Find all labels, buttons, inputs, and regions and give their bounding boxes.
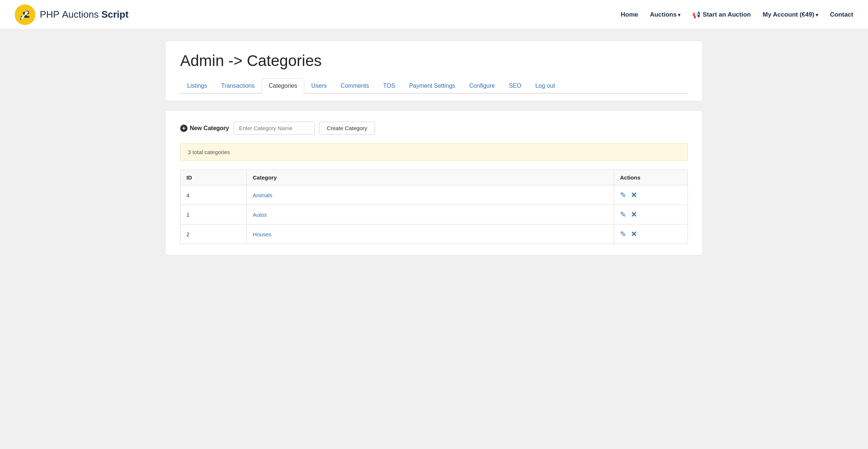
cell-category-name[interactable]: Houses [247, 224, 614, 244]
total-info: 3 total categories [180, 143, 688, 161]
edit-icon[interactable]: ✎ [620, 191, 626, 199]
admin-panel: Admin -> Categories Listings Transaction… [165, 41, 703, 101]
cell-category-name[interactable]: Autos [247, 205, 614, 224]
tab-listings[interactable]: Listings [180, 79, 214, 94]
col-header-id: ID [181, 170, 247, 185]
tab-transactions[interactable]: Transactions [214, 79, 262, 94]
table-row: 1Autos✎✕ [181, 205, 688, 224]
tab-comments[interactable]: Comments [333, 79, 376, 94]
cell-actions: ✎✕ [614, 185, 688, 205]
edit-icon[interactable]: ✎ [620, 230, 626, 239]
cell-category-name[interactable]: Animals [247, 185, 614, 205]
nav-home[interactable]: Home [621, 11, 638, 18]
tab-categories[interactable]: Categories [262, 79, 304, 94]
logo-icon [15, 4, 35, 25]
nav-auctions[interactable]: Auctions [650, 11, 680, 18]
tab-tos[interactable]: TOS [376, 79, 402, 94]
main-content: Admin -> Categories Listings Transaction… [158, 41, 710, 255]
logo: PHP Auctions Script [15, 4, 129, 25]
col-header-actions: Actions [614, 170, 688, 185]
action-icons: ✎✕ [620, 230, 682, 239]
table-row: 2Houses✎✕ [181, 224, 688, 244]
delete-icon[interactable]: ✕ [631, 210, 637, 219]
cell-id: 1 [181, 205, 247, 224]
nav-start-auction[interactable]: 📢 Start an Auction [692, 11, 751, 19]
tab-payment-settings[interactable]: Payment Settings [402, 79, 462, 94]
cell-actions: ✎✕ [614, 224, 688, 244]
admin-title: Admin -> Categories [180, 52, 688, 70]
plus-icon: + [180, 125, 188, 132]
action-icons: ✎✕ [620, 191, 682, 199]
col-header-category: Category [247, 170, 614, 185]
category-name-input[interactable] [234, 122, 315, 135]
header: PHP Auctions Script Home Auctions 📢 Star… [0, 0, 868, 29]
create-category-button[interactable]: Create Category [319, 122, 375, 135]
cell-id: 2 [181, 224, 247, 244]
new-category-row: + New Category Create Category [180, 122, 688, 135]
tab-configure[interactable]: Configure [462, 79, 502, 94]
nav-my-account[interactable]: My Account (€49) [763, 11, 818, 18]
logo-text: PHP Auctions Script [40, 9, 129, 20]
new-category-label: + New Category [180, 125, 229, 132]
categories-table: ID Category Actions 4Animals✎✕1Autos✎✕2H… [180, 170, 688, 244]
delete-icon[interactable]: ✕ [631, 230, 637, 239]
tab-users[interactable]: Users [304, 79, 334, 94]
nav-contact[interactable]: Contact [830, 11, 853, 18]
megaphone-icon: 📢 [692, 11, 700, 19]
cell-actions: ✎✕ [614, 205, 688, 224]
tab-seo[interactable]: SEO [502, 79, 528, 94]
admin-tabs: Listings Transactions Categories Users C… [180, 79, 688, 94]
action-icons: ✎✕ [620, 210, 682, 219]
tab-logout[interactable]: Log out [528, 79, 562, 94]
edit-icon[interactable]: ✎ [620, 210, 626, 219]
cell-id: 4 [181, 185, 247, 205]
table-row: 4Animals✎✕ [181, 185, 688, 205]
main-nav: Home Auctions 📢 Start an Auction My Acco… [621, 11, 853, 19]
categories-panel: + New Category Create Category 3 total c… [165, 110, 703, 255]
delete-icon[interactable]: ✕ [631, 191, 637, 199]
